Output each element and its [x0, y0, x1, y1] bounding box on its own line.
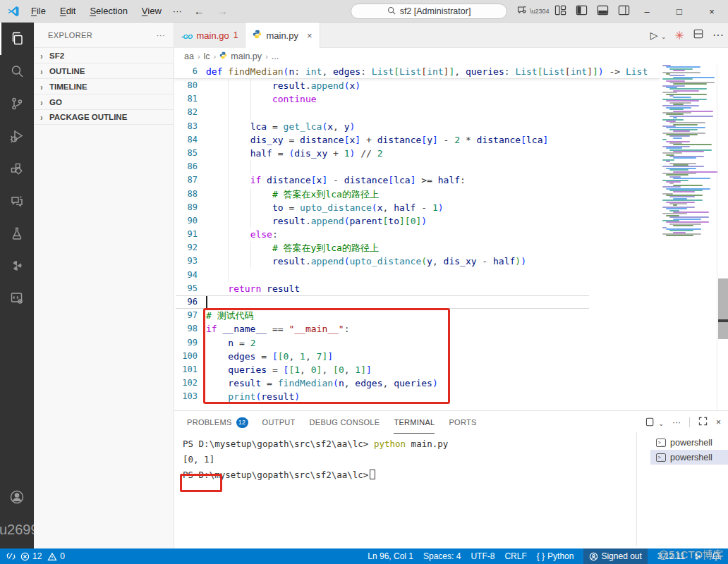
panel-tab-debug-console[interactable]: DEBUG CONSOLE [310, 411, 380, 434]
copilot-menu[interactable]: \u2304 [516, 4, 550, 19]
breadcrumb-item[interactable]: lc [204, 51, 210, 61]
remote-indicator-icon[interactable] [6, 548, 16, 564]
panel-tab-terminal[interactable]: TERMINAL [394, 411, 435, 434]
close-panel-button[interactable]: × [716, 417, 721, 427]
code-line-90[interactable]: 90 result.append(parent[to][0]) [174, 214, 660, 228]
command-center-search[interactable]: sf2 [Administrator] [351, 4, 507, 19]
source-control-icon[interactable] [0, 87, 34, 120]
toggle-primary-sidebar-icon[interactable] [576, 4, 588, 19]
pinwheel-extension-icon[interactable] [0, 250, 34, 282]
breadcrumb[interactable]: aa›lc›main.py›... [174, 48, 728, 65]
customize-layout-icon[interactable] [554, 4, 566, 19]
code-line-83[interactable]: 83 lca = get_lca(x, y) [174, 120, 660, 133]
run-code-extension-icon[interactable]: ✳ [675, 29, 684, 42]
breadcrumb-item[interactable]: ... [272, 51, 279, 61]
code-line-85[interactable]: 85 half = (dis_xy + 1) // 2 [174, 147, 660, 160]
panel-tab-ports[interactable]: PORTS [449, 411, 476, 434]
explorer-title: EXPLORER [48, 31, 92, 39]
code-line-87[interactable]: 87 if distance[x] - distance[lca] >= hal… [174, 173, 660, 187]
breadcrumb-item[interactable]: main.py [231, 51, 262, 61]
explorer-section-sf2[interactable]: ›SF2 [34, 47, 174, 63]
extensions-icon[interactable] [0, 152, 34, 185]
panel-tab-problems[interactable]: PROBLEMS12 [187, 411, 248, 434]
status-crlf[interactable]: CRLF [504, 548, 526, 564]
back-arrow-button[interactable]: ← [188, 5, 211, 17]
search-sidebar-icon[interactable] [0, 55, 34, 87]
code-line-86[interactable]: 86 [174, 160, 660, 173]
run-python-button[interactable]: ▷ ⌄ [650, 29, 667, 42]
code-line-91[interactable]: 91 else: [174, 228, 660, 241]
terminal-instance-powershell[interactable]: >_powershell [650, 450, 728, 465]
menu-more-button[interactable]: ··· [167, 4, 188, 18]
code-line-89[interactable]: 89 to = upto_distance(x, half - 1) [174, 201, 660, 214]
sticky-line[interactable]: 6def findMedian(n: int, edges: List[List… [174, 65, 648, 78]
editor-scrollbar[interactable] [717, 65, 728, 410]
code-line-84[interactable]: 84 dis_xy = distance[x] + distance[y] - … [174, 133, 660, 147]
explorer-icon[interactable] [0, 23, 34, 55]
status-signed-out[interactable]: Signed out [583, 548, 647, 564]
run-debug-icon[interactable] [0, 120, 34, 152]
toggle-panel-icon[interactable] [597, 4, 609, 19]
close-tab-icon[interactable]: × [307, 30, 313, 41]
vscode-logo-icon [7, 5, 20, 18]
line-number: 6 [174, 65, 206, 78]
code-line-95[interactable]: 95 return result [174, 282, 660, 295]
split-editor-icon[interactable] [693, 28, 704, 42]
tools-extension-icon[interactable] [0, 282, 34, 314]
forward-arrow-button[interactable]: → [211, 5, 234, 17]
terminal-output[interactable]: PS D:\mysetup\gopath\src\sf2\aa\lc> pyth… [183, 436, 634, 483]
terminal-instance-powershell[interactable]: >_powershell [650, 435, 728, 450]
code-line-82[interactable]: 82 [174, 106, 660, 119]
explorer-section-timeline[interactable]: ›TIMELINE [34, 78, 174, 94]
status-ln-96-col-1[interactable]: Ln 96, Col 1 [368, 548, 413, 564]
line-number: 89 [174, 201, 206, 214]
menu-file[interactable]: File [25, 4, 51, 18]
status-spaces-4[interactable]: Spaces: 4 [423, 548, 461, 564]
panel-tab-output[interactable]: OUTPUT [262, 411, 296, 434]
status-utf-8[interactable]: UTF-8 [471, 548, 495, 564]
problems-status[interactable]: 12 0 [20, 548, 65, 564]
terminal-list-sash[interactable] [636, 432, 637, 546]
code-line-93[interactable]: 93 result.append(upto_distance(y, dis_xy… [174, 255, 660, 268]
menu-view[interactable]: View [136, 4, 167, 18]
settings-gear-icon[interactable]: \u2699 [0, 513, 34, 546]
status-python[interactable]: { }Python [537, 548, 574, 564]
explorer-more-button[interactable]: ··· [157, 31, 165, 39]
code-line-94[interactable]: 94 [174, 269, 660, 282]
line-number: 85 [174, 147, 206, 160]
line-number: 81 [174, 92, 206, 106]
toggle-secondary-sidebar-icon[interactable] [618, 4, 630, 19]
account-icon[interactable] [0, 481, 34, 513]
breadcrumb-item[interactable]: aa [184, 51, 194, 61]
terminal-instance-list: >_powershell>_powershell [650, 435, 728, 465]
minimap[interactable] [660, 65, 717, 410]
tab-error-count: 1 [233, 30, 238, 40]
explorer-section-outline[interactable]: ›OUTLINE [34, 63, 174, 78]
tab-main.go[interactable]: -GOmain.go1 [174, 23, 245, 48]
terminal-profile-icon[interactable]: ⌄ [645, 417, 664, 428]
code-editor[interactable]: 6def findMedian(n: int, edges: List[List… [174, 65, 728, 410]
code-line-88[interactable]: 88 # 答案在x到lca的路径上 [174, 188, 660, 201]
terminal-prompt-line: PS D:\mysetup\gopath\src\sf2\aa\lc> [183, 467, 634, 483]
menu-selection[interactable]: Selection [84, 4, 133, 18]
code-line-96[interactable]: 96 [174, 295, 660, 309]
sticky-scroll-line[interactable]: 6def findMedian(n: int, edges: List[List… [174, 65, 660, 79]
menu-edit[interactable]: Edit [54, 4, 81, 18]
line-number: 88 [174, 188, 206, 201]
code-line-80[interactable]: 80 result.append(x) [174, 79, 660, 92]
explorer-section-go[interactable]: ›GO [34, 94, 174, 109]
tab-main.py[interactable]: main.py× [245, 23, 320, 48]
line-number: 80 [174, 79, 206, 92]
minimize-button[interactable]: – [631, 0, 663, 23]
close-button[interactable]: × [696, 0, 728, 23]
editor-more-button[interactable]: ··· [712, 29, 724, 42]
explorer-section-package-outline[interactable]: ›PACKAGE OUTLINE [34, 109, 174, 125]
code-line-92[interactable]: 92 # 答案在y到lca的路径上 [174, 241, 660, 255]
testing-flask-icon[interactable] [0, 217, 34, 250]
panel-more-button[interactable]: ··· [672, 417, 681, 427]
maximize-button[interactable]: □ [663, 0, 696, 23]
maximize-panel-icon[interactable] [698, 417, 708, 428]
scrollbar-thumb[interactable] [718, 278, 728, 339]
code-line-81[interactable]: 81 continue [174, 92, 660, 106]
chat-icon[interactable] [0, 185, 34, 217]
